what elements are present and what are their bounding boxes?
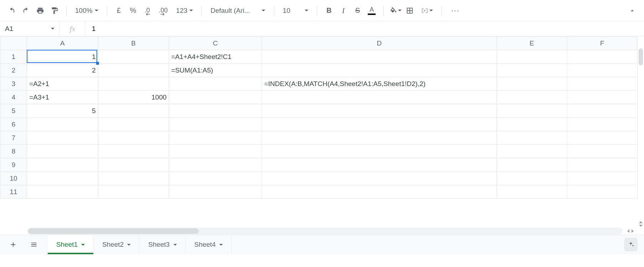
horizontal-scrollbar[interactable] — [28, 228, 623, 235]
cell-F3[interactable] — [567, 77, 638, 91]
font-size-dropdown[interactable]: 10 — [280, 5, 311, 17]
row-header-10[interactable]: 10 — [0, 172, 27, 185]
name-box[interactable]: A1 — [0, 21, 60, 36]
cell-E7[interactable] — [497, 131, 567, 145]
explore-button[interactable] — [624, 238, 638, 251]
chevron-down-icon[interactable] — [173, 244, 177, 246]
scroll-right-icon[interactable] — [632, 229, 634, 233]
text-color-button[interactable]: A — [366, 5, 378, 17]
cell-D5[interactable] — [262, 104, 497, 118]
cell-A8[interactable] — [27, 145, 98, 158]
merge-cells-button[interactable] — [418, 5, 436, 17]
formula-input[interactable] — [85, 21, 644, 36]
row-header-11[interactable]: 11 — [0, 185, 27, 199]
percent-button[interactable]: % — [127, 5, 139, 17]
cell-E11[interactable] — [497, 185, 567, 199]
cell-A9[interactable] — [27, 158, 98, 172]
cell-B9[interactable] — [98, 158, 169, 172]
cell-C8[interactable] — [169, 145, 262, 158]
cell-C4[interactable] — [169, 91, 262, 104]
row-header-2[interactable]: 2 — [0, 64, 27, 77]
paint-format-button[interactable] — [48, 5, 61, 17]
sheet-tab-sheet2[interactable]: Sheet2 — [94, 235, 140, 254]
undo-button[interactable] — [6, 5, 18, 17]
cell-E3[interactable] — [497, 77, 567, 91]
cell-D7[interactable] — [262, 131, 497, 145]
cell-C2[interactable]: =SUM(A1:A5) — [169, 64, 262, 77]
spreadsheet-grid[interactable]: ABCDEF11=A1+A4+Sheet2!C122=SUM(A1:A5)3=A… — [0, 36, 638, 199]
cell-B7[interactable] — [98, 131, 169, 145]
cell-D6[interactable] — [262, 118, 497, 131]
row-header-3[interactable]: 3 — [0, 77, 27, 91]
row-header-8[interactable]: 8 — [0, 145, 27, 158]
cell-F10[interactable] — [567, 172, 638, 185]
add-sheet-button[interactable] — [6, 238, 20, 251]
cell-C9[interactable] — [169, 158, 262, 172]
more-button[interactable]: ··· — [447, 5, 463, 17]
cell-C1[interactable]: =A1+A4+Sheet2!C1 — [169, 50, 262, 64]
currency-button[interactable]: £ — [113, 5, 125, 17]
print-button[interactable] — [34, 5, 46, 17]
increase-decimal-button[interactable]: .00 — [156, 5, 171, 17]
fx-icon[interactable]: fx — [60, 21, 85, 36]
cell-A2[interactable]: 2 — [27, 64, 98, 77]
sheet-tab-sheet3[interactable]: Sheet3 — [140, 235, 185, 254]
vertical-scroll-thumb[interactable] — [639, 48, 643, 65]
cell-D9[interactable] — [262, 158, 497, 172]
scroll-down-icon[interactable] — [639, 225, 643, 227]
cell-F5[interactable] — [567, 104, 638, 118]
cell-C6[interactable] — [169, 118, 262, 131]
cell-F2[interactable] — [567, 64, 638, 77]
cell-C3[interactable] — [169, 77, 262, 91]
borders-button[interactable] — [404, 5, 416, 17]
select-all-corner[interactable] — [0, 37, 27, 50]
cell-D11[interactable] — [262, 185, 497, 199]
cell-C5[interactable] — [169, 104, 262, 118]
cell-E10[interactable] — [497, 172, 567, 185]
row-header-7[interactable]: 7 — [0, 131, 27, 145]
row-header-5[interactable]: 5 — [0, 104, 27, 118]
redo-button[interactable] — [20, 5, 32, 17]
cell-D10[interactable] — [262, 172, 497, 185]
cell-F6[interactable] — [567, 118, 638, 131]
column-header-E[interactable]: E — [497, 37, 567, 50]
vertical-scrollbar[interactable] — [638, 36, 644, 227]
cell-A3[interactable]: =A2+1 — [27, 77, 98, 91]
cell-A10[interactable] — [27, 172, 98, 185]
row-header-1[interactable]: 1 — [0, 50, 27, 64]
cell-E2[interactable] — [497, 64, 567, 77]
row-header-4[interactable]: 4 — [0, 91, 27, 104]
cell-B10[interactable] — [98, 172, 169, 185]
row-header-6[interactable]: 6 — [0, 118, 27, 131]
zoom-dropdown[interactable]: 100% — [72, 5, 101, 17]
column-header-B[interactable]: B — [98, 37, 169, 50]
scroll-up-icon[interactable] — [639, 221, 643, 223]
cell-A6[interactable] — [27, 118, 98, 131]
cell-D4[interactable] — [262, 91, 497, 104]
bold-button[interactable]: B — [323, 5, 335, 17]
cell-F1[interactable] — [567, 50, 638, 64]
cell-A1[interactable]: 1 — [27, 50, 98, 64]
cell-B2[interactable] — [98, 64, 169, 77]
sheet-tab-sheet1[interactable]: Sheet1 — [48, 235, 94, 254]
cell-B11[interactable] — [98, 185, 169, 199]
cell-E6[interactable] — [497, 118, 567, 131]
chevron-down-icon[interactable] — [219, 244, 223, 246]
cell-B5[interactable] — [98, 104, 169, 118]
cell-F8[interactable] — [567, 145, 638, 158]
italic-button[interactable]: I — [337, 5, 349, 17]
column-header-A[interactable]: A — [27, 37, 98, 50]
cell-D8[interactable] — [262, 145, 497, 158]
horizontal-scroll-nav[interactable] — [623, 228, 638, 235]
grid-scroll[interactable]: ABCDEF11=A1+A4+Sheet2!C122=SUM(A1:A5)3=A… — [0, 36, 638, 227]
vertical-scroll-nav[interactable] — [638, 213, 644, 227]
cell-A7[interactable] — [27, 131, 98, 145]
number-format-dropdown[interactable]: 123 — [173, 5, 196, 17]
cell-C11[interactable] — [169, 185, 262, 199]
cell-D1[interactable] — [262, 50, 497, 64]
collapse-toolbar-button[interactable] — [626, 5, 638, 17]
cell-F7[interactable] — [567, 131, 638, 145]
column-header-F[interactable]: F — [567, 37, 638, 50]
cell-E9[interactable] — [497, 158, 567, 172]
sheet-tab-sheet4[interactable]: Sheet4 — [186, 235, 232, 254]
